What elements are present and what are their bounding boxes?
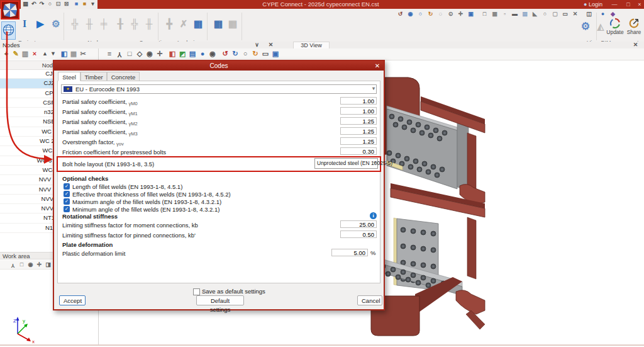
- checkbox-checked[interactable]: ✓: [64, 198, 70, 205]
- view-tool-icon[interactable]: ↻: [426, 10, 435, 19]
- save-icon[interactable]: ▤: [21, 0, 30, 9]
- dialog-title-bar[interactable]: Codes: [54, 61, 384, 71]
- minimize-button[interactable]: —: [608, 1, 621, 8]
- export-icon[interactable]: ⊠: [62, 0, 70, 9]
- view-tool-icon[interactable]: ▦: [491, 10, 499, 19]
- axes-person-icon[interactable]: Y: [9, 261, 17, 270]
- bolt-hole-select[interactable]: Unprotected steel (EN 10025-5) ▾: [314, 158, 378, 169]
- view-tool-icon[interactable]: ↺: [396, 10, 404, 19]
- view-tool-icon[interactable]: ◣: [531, 10, 539, 19]
- coefficient-input[interactable]: [340, 107, 377, 115]
- codes-button[interactable]: [1, 21, 16, 40]
- info-icon[interactable]: i: [370, 212, 377, 219]
- view-tool-icon[interactable]: ▫: [501, 10, 509, 19]
- cut-icon[interactable]: ✂: [78, 50, 88, 59]
- config-icon[interactable]: ■: [72, 0, 80, 9]
- stiffness-input[interactable]: [340, 220, 377, 228]
- 3d-connection-model[interactable]: [368, 60, 513, 345]
- view-tool-icon[interactable]: ⊙: [447, 10, 455, 19]
- coefficient-input[interactable]: [340, 117, 377, 125]
- view-tool-icon[interactable]: ✛: [457, 10, 465, 19]
- cancel-button[interactable]: Cancel: [357, 295, 382, 305]
- view-tool-icon[interactable]: ◉: [406, 10, 414, 19]
- coefficient-input[interactable]: [340, 127, 377, 135]
- zoom-extents-icon[interactable]: ▭: [260, 50, 270, 59]
- redo-icon[interactable]: ↷: [38, 0, 46, 9]
- refresh-view-icon[interactable]: ↻: [250, 50, 260, 59]
- config2-icon[interactable]: ■: [80, 0, 89, 9]
- layers-icon[interactable]: ▤: [187, 50, 197, 59]
- stiffness-input[interactable]: [340, 230, 377, 238]
- move-down-icon[interactable]: ▼: [49, 50, 57, 59]
- maximize-button[interactable]: □: [621, 1, 635, 8]
- dialog-close-icon[interactable]: ✕: [372, 62, 382, 70]
- checkbox-checked[interactable]: ✓: [64, 183, 70, 190]
- copy-node-icon[interactable]: ▥: [20, 50, 30, 59]
- coefficient-input[interactable]: [340, 137, 377, 145]
- print-icon[interactable]: ⊡: [54, 0, 62, 9]
- node-delete-icon[interactable]: ╪: [97, 16, 111, 33]
- view-tool-icon[interactable]: ▣: [467, 10, 475, 19]
- view-tool-icon[interactable]: □: [480, 10, 489, 19]
- tab-steel[interactable]: Steel: [58, 72, 80, 81]
- iso-view-icon[interactable]: □: [125, 50, 135, 59]
- coefficient-input[interactable]: [340, 97, 377, 105]
- save-default-checkbox[interactable]: [193, 288, 200, 295]
- axes-person-icon[interactable]: Y: [114, 50, 125, 59]
- coefficient-input[interactable]: [340, 147, 377, 155]
- plastic-limit-input[interactable]: [331, 249, 368, 256]
- connection-table-icon[interactable]: ▦: [191, 16, 205, 33]
- calculation-options-icon[interactable]: ▦: [226, 16, 240, 33]
- checkbox-checked[interactable]: ✓: [64, 191, 70, 197]
- tab-3d-view[interactable]: 3D View: [293, 42, 330, 48]
- view-tool-icon[interactable]: ◌: [436, 10, 445, 19]
- qat-menu-icon[interactable]: ▾: [89, 0, 97, 9]
- undo-icon[interactable]: ↶: [30, 0, 38, 9]
- iso-view-icon[interactable]: □: [18, 261, 26, 270]
- rotate-left-icon[interactable]: ↺: [220, 50, 230, 59]
- update-button[interactable]: Update: [606, 18, 624, 35]
- code-select[interactable]: ★ EU - Eurocode EN 1993 ▾: [61, 84, 377, 94]
- zoom-window-icon[interactable]: ○: [240, 50, 250, 59]
- workplane-icon[interactable]: ◩: [177, 50, 187, 59]
- node-edit-icon[interactable]: ╫: [82, 16, 96, 33]
- default-settings-button[interactable]: Default settings: [196, 295, 244, 305]
- clip-icon[interactable]: ◨: [44, 261, 52, 270]
- rotate-right-icon[interactable]: ↻: [230, 50, 240, 59]
- view-settings-gear-icon[interactable]: ⚙: [579, 19, 592, 35]
- tab-timber[interactable]: Timber: [80, 72, 107, 81]
- view-tool-icon[interactable]: ◫: [585, 10, 593, 19]
- pan-icon[interactable]: ✛: [35, 261, 43, 270]
- view-tool-icon[interactable]: ▢: [551, 10, 559, 19]
- sphere-view-icon[interactable]: ●: [197, 50, 208, 59]
- connection-check-icon[interactable]: ✗: [177, 16, 191, 33]
- add-node-icon[interactable]: +: [1, 50, 11, 59]
- view-tool-icon[interactable]: ▭: [561, 10, 569, 19]
- import-node-icon[interactable]: ◧: [59, 50, 69, 59]
- node-export-icon[interactable]: ╫: [142, 16, 156, 33]
- scene-list-icon[interactable]: ≡: [104, 50, 114, 59]
- eye-icon[interactable]: ◉: [26, 261, 35, 270]
- pan-icon[interactable]: ✛: [155, 50, 165, 59]
- view-tool-icon[interactable]: ▤: [521, 10, 529, 19]
- edit-node-icon[interactable]: ✎: [11, 50, 21, 59]
- close-button[interactable]: ×: [635, 1, 644, 8]
- clip-plane-icon[interactable]: ◧: [167, 50, 177, 59]
- delete-node-icon[interactable]: ×: [30, 50, 40, 59]
- node-new-icon[interactable]: ╬: [68, 16, 82, 33]
- beam-definition-icon[interactable]: I: [18, 16, 31, 33]
- view-tool-icon[interactable]: ✕: [571, 10, 579, 19]
- view-tool-icon[interactable]: ○: [541, 10, 549, 19]
- move-up-icon[interactable]: ▲: [41, 50, 49, 59]
- eye-icon[interactable]: ◉: [208, 50, 218, 59]
- visibility-icon[interactable]: ◉: [145, 50, 155, 59]
- connection-edit-icon[interactable]: ╋: [162, 16, 176, 33]
- calculate-icon[interactable]: ▦: [211, 16, 225, 33]
- app-logo[interactable]: [1, 1, 19, 20]
- node-copy-icon[interactable]: ╂: [113, 16, 127, 33]
- frame-select-icon[interactable]: ▣: [270, 50, 280, 59]
- settings-gear-icon[interactable]: ⚙: [49, 16, 63, 33]
- bim-model-icon[interactable]: ▶: [33, 16, 47, 33]
- view-tool-icon[interactable]: ○: [416, 10, 425, 19]
- node-import-icon[interactable]: ╬: [128, 16, 142, 33]
